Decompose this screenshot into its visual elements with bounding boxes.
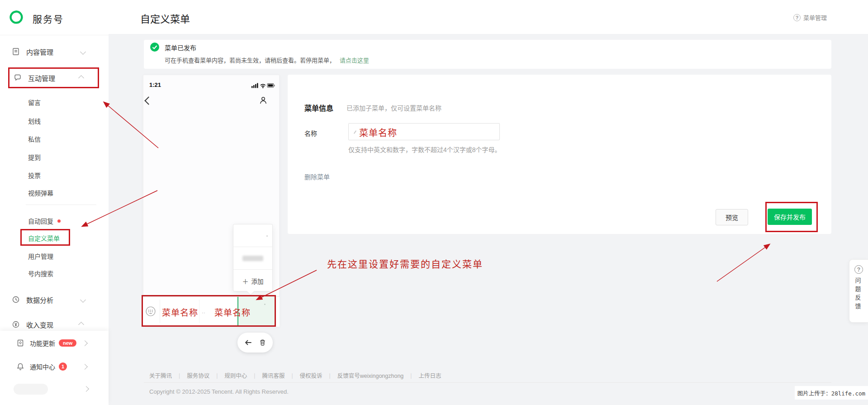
preview-button[interactable]: 预览 <box>716 209 748 225</box>
footer-separator: | <box>410 372 412 379</box>
account-name-redacted <box>14 384 48 395</box>
sidebar-item-user-mgmt[interactable]: 用户管理 <box>28 252 53 261</box>
battery-icon <box>267 84 275 88</box>
sidebar-item-label: 自动回复 <box>28 216 53 225</box>
redacted-text <box>242 256 263 261</box>
yen-circle-icon <box>12 320 20 329</box>
book-star-icon <box>16 339 24 347</box>
question-circle-icon: ? <box>854 265 863 274</box>
chevron-down-icon <box>80 297 86 303</box>
sidebar-item-comments[interactable]: 留言 <box>28 98 41 107</box>
menu-edit-toolbar <box>237 333 273 353</box>
footer-separator: | <box>329 372 331 379</box>
footer-links: 关于腾讯 | 服务协议 | 规则中心 | 腾讯客服 | 侵权投诉 | 反馈官号w… <box>149 371 441 380</box>
sidebar-item-mentions[interactable]: 提到 <box>28 152 41 162</box>
footer-separator: | <box>179 372 180 379</box>
question-circle-icon: ? <box>793 14 801 21</box>
page-title: 自定义菜单 <box>140 11 190 25</box>
cursor-artifact <box>354 130 356 134</box>
check-circle-icon <box>150 43 159 52</box>
menu-cell-2[interactable]: 菜单名称 <box>214 306 251 318</box>
delete-menu-link[interactable]: 删除菜单 <box>304 172 330 181</box>
feedback-label: 问题反馈 <box>856 277 862 312</box>
sidebar-item-label: 内容管理 <box>26 47 53 57</box>
add-label: 添加 <box>251 276 264 286</box>
chevron-up-icon <box>78 322 84 328</box>
phone-time: 1:21 <box>149 81 161 88</box>
save-publish-button[interactable]: 保存并发布 <box>768 209 812 225</box>
sidebar-item-interact-mgmt[interactable]: 互动管理 <box>14 71 97 84</box>
submenu-row-redacted[interactable] <box>233 247 272 270</box>
sidebar-item-label: 收入变现 <box>26 320 53 329</box>
footer-link[interactable]: 服务协议 <box>187 371 209 380</box>
sidebar-item-label: 通知中心 <box>30 362 55 371</box>
sidebar-item-votes[interactable]: 投票 <box>28 171 41 180</box>
sidebar-item-auto-reply[interactable]: 自动回复 <box>28 216 61 225</box>
sidebar-item-account-search[interactable]: 号内搜索 <box>28 269 53 278</box>
menu-manage-label: 菜单管理 <box>803 13 827 22</box>
sidebar-item-feature-update[interactable]: 功能更新 new <box>16 337 97 349</box>
new-badge: new <box>59 339 76 347</box>
brand-logo-icon <box>9 10 24 24</box>
footer-link[interactable]: 上传日志 <box>418 371 441 380</box>
feedback-tab[interactable]: ? 问题反馈 <box>849 259 868 323</box>
banner-title: 菜单已发布 <box>165 43 196 52</box>
trash-button[interactable] <box>259 338 266 347</box>
top-header <box>0 0 868 34</box>
menu-manage-help[interactable]: ? 菜单管理 <box>793 13 827 22</box>
bell-icon <box>16 362 24 371</box>
brand-name: 服务号 <box>33 12 64 25</box>
footer-link[interactable]: 规则中心 <box>224 371 247 380</box>
sidebar-item-data-analysis[interactable]: 数据分析 <box>12 293 97 306</box>
chevron-up-icon <box>78 75 84 81</box>
footer-link[interactable]: 腾讯客服 <box>262 371 285 380</box>
menu-name-input[interactable]: 菜单名称 <box>348 123 500 140</box>
keyboard-toggle-icon[interactable] <box>145 305 157 317</box>
sidebar-item-label: 互动管理 <box>28 73 55 83</box>
menu-cell-1[interactable]: 菜单名称 <box>162 306 198 318</box>
plus-icon: ＋ <box>242 276 249 286</box>
footer-link[interactable]: 关于腾讯 <box>149 371 172 380</box>
clock-chart-icon <box>12 295 20 304</box>
menu-cell-divider <box>160 300 160 323</box>
name-hint: 仅支持中英文和数字，字数不超过4个汉字或8个字母。 <box>348 145 501 154</box>
sidebar-sub-divider <box>26 205 96 205</box>
submenu-add-button[interactable]: ＋ 添加 <box>233 270 272 292</box>
banner-body: 可在手机查看菜单内容，若尚未生效，请稍后查看。若停用菜单， 请点击这里 <box>165 56 369 64</box>
faint-dot <box>266 235 268 237</box>
sidebar-item-custom-menu[interactable]: 自定义菜单 <box>28 233 60 243</box>
mp-platform-page: 自定义菜单 ? 菜单管理 服务号 内容管理 互动管理 <box>0 0 868 405</box>
footer-link[interactable]: 侵权投诉 <box>300 371 323 380</box>
copyright: Copyright © 2012-2025 Tencent. All Right… <box>149 388 289 395</box>
footer-link[interactable]: 反馈官号weixingongzhong <box>337 371 404 380</box>
sidebar-item-video-danmu[interactable]: 视频弹幕 <box>28 188 53 197</box>
submenu-row-empty[interactable] <box>233 224 272 247</box>
sidebar-item-underline[interactable]: 划线 <box>28 116 41 125</box>
chevron-down-icon <box>80 49 86 55</box>
name-label: 名称 <box>304 129 317 138</box>
sidebar-item-notify-center[interactable]: 通知中心 1 <box>16 361 97 372</box>
menu-cell-divider <box>199 300 199 323</box>
sidebar-item-revenue[interactable]: 收入变现 <box>12 318 97 331</box>
stop-menu-link[interactable]: 请点击这里 <box>340 57 369 64</box>
banner-body-text: 可在手机查看菜单内容，若尚未生效，请稍后查看。若停用菜单， <box>165 57 335 64</box>
notify-count-badge: 1 <box>59 362 67 371</box>
annotation-tip-text: 先在这里设置好需要的自定义菜单 <box>327 257 483 270</box>
signal-icon <box>251 83 258 88</box>
sidebar-item-content-mgmt[interactable]: 内容管理 <box>12 45 97 58</box>
sidebar-item-label: 功能更新 <box>30 338 55 348</box>
back-arrow-button[interactable] <box>244 338 252 347</box>
input-value: 菜单名称 <box>359 126 397 139</box>
chat-bubble-icon <box>14 74 22 82</box>
sidebar-item-label: 数据分析 <box>26 295 53 305</box>
faint-dot <box>264 304 266 305</box>
sidebar-item-private-msg[interactable]: 私信 <box>28 134 41 143</box>
chevron-right-icon <box>82 364 88 370</box>
person-icon <box>259 96 268 105</box>
footer-separator: | <box>291 372 293 379</box>
form-title: 菜单信息 <box>304 102 333 113</box>
footer-separator: | <box>216 372 218 379</box>
watermark: 图片上传于：28life.com <box>795 386 868 400</box>
menu-info-card <box>288 75 831 234</box>
form-subtitle: 已添加子菜单，仅可设置菜单名称 <box>346 103 441 112</box>
